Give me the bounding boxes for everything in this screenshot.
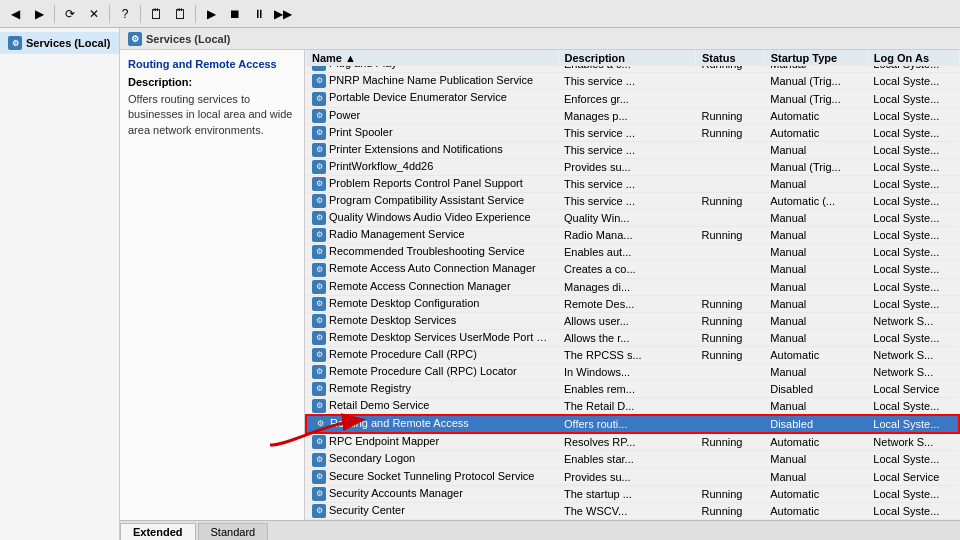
table-row[interactable]: ⚙Remote Access Connection ManagerManages… [306,278,959,295]
service-startup: Automatic [764,485,867,502]
table-row[interactable]: ⚙PowerManages p...RunningAutomaticLocal … [306,107,959,124]
service-desc: In Windows... [558,363,695,380]
sidebar-item-services-local[interactable]: ⚙ Services (Local) [0,32,119,54]
separator-3 [140,5,141,23]
service-desc: Remote Des... [558,295,695,312]
service-desc: This service ... [558,175,695,192]
service-icon: ⚙ [312,504,326,518]
service-logon: Local Syste... [867,244,959,261]
table-row[interactable]: ⚙PNRP Machine Name Publication ServiceTh… [306,73,959,90]
service-startup: Manual (Trig... [764,158,867,175]
service-logon: Local Syste... [867,141,959,158]
table-row[interactable]: ⚙Remote Access Auto Connection ManagerCr… [306,261,959,278]
table-row[interactable]: ⚙Remote Procedure Call (RPC)The RPCSS s.… [306,346,959,363]
restart-button[interactable]: ▶▶ [272,3,294,25]
service-name: Secondary Logon [329,452,415,464]
service-status [696,73,765,90]
service-startup: Manual [764,244,867,261]
service-logon: Local Service [867,381,959,398]
description-panel: Routing and Remote Access Description: O… [120,50,305,520]
service-startup: Automatic [764,502,867,519]
service-icon: ⚙ [312,92,326,106]
service-name: RPC Endpoint Mapper [329,435,439,447]
service-startup: Manual (Trig... [764,90,867,107]
table-row[interactable]: ⚙Remote Procedure Call (RPC) LocatorIn W… [306,363,959,380]
service-logon: Local Syste... [867,73,959,90]
service-desc: The WSCV... [558,502,695,519]
service-logon: Local Syste... [867,193,959,210]
service-icon: ⚙ [312,470,326,484]
table-row[interactable]: ⚙Routing and Remote AccessOffers routi..… [306,415,959,433]
service-desc: Provides su... [558,468,695,485]
table-row[interactable]: ⚙Retail Demo ServiceThe Retail D...Manua… [306,398,959,416]
forward-button[interactable]: ▶ [28,3,50,25]
tab-standard[interactable]: Standard [198,523,269,540]
table-row[interactable]: ⚙Printer Extensions and NotificationsThi… [306,141,959,158]
service-status [696,468,765,485]
table-row[interactable]: ⚙Portable Device Enumerator ServiceEnfor… [306,90,959,107]
service-desc: This service ... [558,193,695,210]
service-name: Remote Access Auto Connection Manager [329,262,536,274]
export-button[interactable]: 🗒 [145,3,167,25]
table-row[interactable]: ⚙Security CenterThe WSCV...RunningAutoma… [306,502,959,519]
back-button[interactable]: ◀ [4,3,26,25]
col-header-logon[interactable]: Log On As [867,50,959,67]
table-row[interactable]: ⚙Remote Desktop ConfigurationRemote Des.… [306,295,959,312]
table-row[interactable]: ⚙Radio Management ServiceRadio Mana...Ru… [306,227,959,244]
col-header-status[interactable]: Status [696,50,765,67]
service-icon: ⚙ [312,453,326,467]
service-startup: Manual [764,141,867,158]
service-name: Security Center [329,504,405,516]
service-startup: Manual [764,261,867,278]
table-row[interactable]: ⚙Secure Socket Tunneling Protocol Servic… [306,468,959,485]
service-status [696,244,765,261]
table-row[interactable]: ⚙Problem Reports Control Panel SupportTh… [306,175,959,192]
service-logon: Network S... [867,346,959,363]
desc-label: Description: [128,76,296,88]
service-desc: Provides su... [558,158,695,175]
service-startup: Manual [764,227,867,244]
table-row[interactable]: ⚙Recommended Troubleshooting ServiceEnab… [306,244,959,261]
service-status [696,210,765,227]
table-row[interactable]: ⚙Remote RegistryEnables rem...DisabledLo… [306,381,959,398]
tab-extended[interactable]: Extended [120,523,196,540]
help-button[interactable]: ? [114,3,136,25]
pause-button[interactable]: ⏸ [248,3,270,25]
table-row[interactable]: ⚙Security Accounts ManagerThe startup ..… [306,485,959,502]
separator-2 [109,5,110,23]
import-button[interactable]: 🗒 [169,3,191,25]
service-logon: Local Syste... [867,90,959,107]
service-logon: Local Syste... [867,261,959,278]
service-startup: Automatic [764,107,867,124]
service-name: Remote Desktop Services [329,314,456,326]
table-row[interactable]: ⚙Secondary LogonEnables star...ManualLoc… [306,451,959,468]
desc-service-name: Routing and Remote Access [128,58,296,70]
services-area[interactable]: Name ▲ Description Status Startup Type L… [305,50,960,520]
table-row[interactable]: ⚙Print SpoolerThis service ...RunningAut… [306,124,959,141]
service-logon: Local Syste... [867,278,959,295]
col-header-description[interactable]: Description [558,50,695,67]
service-status: Running [696,227,765,244]
service-desc: Resolves RP... [558,433,695,451]
refresh-button[interactable]: ⟳ [59,3,81,25]
service-name: Power [329,109,360,121]
service-status [696,158,765,175]
col-header-name[interactable]: Name ▲ [306,50,558,67]
separator-1 [54,5,55,23]
table-row[interactable]: ⚙Remote Desktop ServicesAllows user...Ru… [306,312,959,329]
table-row[interactable]: ⚙Quality Windows Audio Video ExperienceQ… [306,210,959,227]
service-startup: Manual [764,468,867,485]
table-row[interactable]: ⚙PrintWorkflow_4dd26Provides su...Manual… [306,158,959,175]
service-startup: Manual [764,398,867,416]
col-header-startup[interactable]: Startup Type [764,50,867,67]
table-row[interactable]: ⚙Program Compatibility Assistant Service… [306,193,959,210]
play-button[interactable]: ▶ [200,3,222,25]
service-status: Running [696,107,765,124]
header-icon: ⚙ [128,32,142,46]
stop2-button[interactable]: ⏹ [224,3,246,25]
service-icon: ⚙ [312,160,326,174]
stop-button[interactable]: ✕ [83,3,105,25]
table-row[interactable]: ⚙Remote Desktop Services UserMode Port R… [306,329,959,346]
service-startup: Manual [764,175,867,192]
table-row[interactable]: ⚙RPC Endpoint MapperResolves RP...Runnin… [306,433,959,451]
